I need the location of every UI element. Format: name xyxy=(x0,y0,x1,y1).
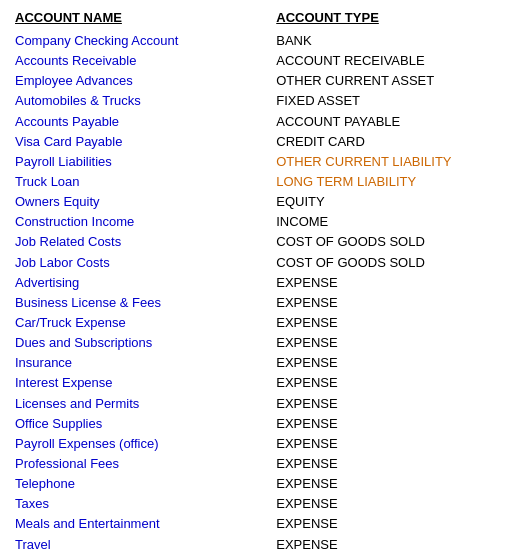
account-name-cell[interactable]: Licenses and Permits xyxy=(15,394,276,414)
account-type-cell: INCOME xyxy=(276,212,490,232)
account-name-cell[interactable]: Business License & Fees xyxy=(15,293,276,313)
account-name-cell[interactable]: Visa Card Payable xyxy=(15,132,276,152)
account-name-text[interactable]: Car/Truck Expense xyxy=(15,315,126,330)
account-name-cell[interactable]: Professional Fees xyxy=(15,454,276,474)
account-name-cell[interactable]: Construction Income xyxy=(15,212,276,232)
table-row: Employee AdvancesOTHER CURRENT ASSET xyxy=(15,71,490,91)
account-type-cell: ACCOUNT PAYABLE xyxy=(276,112,490,132)
account-type-cell: OTHER CURRENT ASSET xyxy=(276,71,490,91)
account-name-cell[interactable]: Insurance xyxy=(15,353,276,373)
table-row: Car/Truck ExpenseEXPENSE xyxy=(15,313,490,333)
account-name-text[interactable]: Payroll Expenses (office) xyxy=(15,436,159,451)
account-name-text[interactable]: Advertising xyxy=(15,275,79,290)
account-name-text[interactable]: Travel xyxy=(15,537,51,552)
account-name-text[interactable]: Licenses and Permits xyxy=(15,396,139,411)
account-name-text[interactable]: Dues and Subscriptions xyxy=(15,335,152,350)
account-name-cell[interactable]: Dues and Subscriptions xyxy=(15,333,276,353)
account-name-text[interactable]: Office Supplies xyxy=(15,416,102,431)
header-account-type: ACCOUNT TYPE xyxy=(276,10,490,25)
account-name-cell[interactable]: Meals and Entertainment xyxy=(15,514,276,534)
table-row: Accounts ReceivableACCOUNT RECEIVABLE xyxy=(15,51,490,71)
account-type-cell: EXPENSE xyxy=(276,414,490,434)
account-name-text[interactable]: Accounts Payable xyxy=(15,114,119,129)
account-name-text[interactable]: Employee Advances xyxy=(15,73,133,88)
account-type-text: EXPENSE xyxy=(276,315,337,330)
account-type-text: EXPENSE xyxy=(276,295,337,310)
account-type-text: EXPENSE xyxy=(276,335,337,350)
table-row: InsuranceEXPENSE xyxy=(15,353,490,373)
table-row: Licenses and PermitsEXPENSE xyxy=(15,394,490,414)
account-type-cell: EXPENSE xyxy=(276,293,490,313)
account-name-text[interactable]: Owners Equity xyxy=(15,194,100,209)
account-name-text[interactable]: Interest Expense xyxy=(15,375,113,390)
account-type-text: EXPENSE xyxy=(276,496,337,511)
account-name-text[interactable]: Telephone xyxy=(15,476,75,491)
table-row: Visa Card PayableCREDIT CARD xyxy=(15,132,490,152)
account-type-cell: EXPENSE xyxy=(276,373,490,393)
account-name-cell[interactable]: Interest Expense xyxy=(15,373,276,393)
table-row: Payroll Expenses (office)EXPENSE xyxy=(15,434,490,454)
account-name-cell[interactable]: Accounts Receivable xyxy=(15,51,276,71)
account-type-text: EXPENSE xyxy=(276,516,337,531)
table-header: ACCOUNT NAME ACCOUNT TYPE xyxy=(15,10,490,25)
account-name-cell[interactable]: Advertising xyxy=(15,273,276,293)
account-type-text: EXPENSE xyxy=(276,275,337,290)
account-name-cell[interactable]: Job Labor Costs xyxy=(15,253,276,273)
account-type-cell: EXPENSE xyxy=(276,273,490,293)
table-row: Payroll LiabilitiesOTHER CURRENT LIABILI… xyxy=(15,152,490,172)
account-name-cell[interactable]: Owners Equity xyxy=(15,192,276,212)
account-type-cell: EQUITY xyxy=(276,192,490,212)
account-name-text[interactable]: Accounts Receivable xyxy=(15,53,136,68)
account-name-cell[interactable]: Taxes xyxy=(15,494,276,514)
account-name-text[interactable]: Company Checking Account xyxy=(15,33,178,48)
account-type-cell: BANK xyxy=(276,31,490,51)
account-name-cell[interactable]: Telephone xyxy=(15,474,276,494)
table-row: Construction IncomeINCOME xyxy=(15,212,490,232)
account-name-text[interactable]: Payroll Liabilities xyxy=(15,154,112,169)
account-type-cell: EXPENSE xyxy=(276,535,490,553)
account-name-cell[interactable]: Job Related Costs xyxy=(15,232,276,252)
account-name-cell[interactable]: Employee Advances xyxy=(15,71,276,91)
account-type-text: FIXED ASSET xyxy=(276,93,360,108)
account-name-cell[interactable]: Car/Truck Expense xyxy=(15,313,276,333)
account-name-text[interactable]: Truck Loan xyxy=(15,174,80,189)
account-type-cell: FIXED ASSET xyxy=(276,91,490,111)
account-name-text[interactable]: Business License & Fees xyxy=(15,295,161,310)
account-name-cell[interactable]: Office Supplies xyxy=(15,414,276,434)
table-row: Truck LoanLONG TERM LIABILITY xyxy=(15,172,490,192)
account-name-text[interactable]: Professional Fees xyxy=(15,456,119,471)
table-row: TravelEXPENSE xyxy=(15,535,490,553)
table-row: Meals and EntertainmentEXPENSE xyxy=(15,514,490,534)
account-name-text[interactable]: Visa Card Payable xyxy=(15,134,122,149)
account-type-text: CREDIT CARD xyxy=(276,134,365,149)
account-type-text: EXPENSE xyxy=(276,537,337,552)
account-type-cell: EXPENSE xyxy=(276,514,490,534)
account-type-text: OTHER CURRENT ASSET xyxy=(276,73,434,88)
account-name-text[interactable]: Insurance xyxy=(15,355,72,370)
account-type-cell: OTHER CURRENT LIABILITY xyxy=(276,152,490,172)
account-name-text[interactable]: Construction Income xyxy=(15,214,134,229)
account-name-text[interactable]: Taxes xyxy=(15,496,49,511)
account-type-cell: EXPENSE xyxy=(276,494,490,514)
account-type-cell: LONG TERM LIABILITY xyxy=(276,172,490,192)
account-name-cell[interactable]: Payroll Expenses (office) xyxy=(15,434,276,454)
account-name-text[interactable]: Meals and Entertainment xyxy=(15,516,160,531)
account-name-cell[interactable]: Automobiles & Trucks xyxy=(15,91,276,111)
account-name-cell[interactable]: Truck Loan xyxy=(15,172,276,192)
account-name-text[interactable]: Job Labor Costs xyxy=(15,255,110,270)
account-name-text[interactable]: Automobiles & Trucks xyxy=(15,93,141,108)
account-type-cell: COST OF GOODS SOLD xyxy=(276,253,490,273)
account-type-text: EXPENSE xyxy=(276,456,337,471)
account-name-cell[interactable]: Company Checking Account xyxy=(15,31,276,51)
account-name-cell[interactable]: Travel xyxy=(15,535,276,553)
account-name-cell[interactable]: Accounts Payable xyxy=(15,112,276,132)
account-type-text: EXPENSE xyxy=(276,436,337,451)
account-type-text: OTHER CURRENT LIABILITY xyxy=(276,154,451,169)
account-type-cell: EXPENSE xyxy=(276,394,490,414)
account-type-text: ACCOUNT PAYABLE xyxy=(276,114,400,129)
account-name-text[interactable]: Job Related Costs xyxy=(15,234,121,249)
account-name-cell[interactable]: Payroll Liabilities xyxy=(15,152,276,172)
account-type-text: EXPENSE xyxy=(276,476,337,491)
table-row: TaxesEXPENSE xyxy=(15,494,490,514)
table-body: Company Checking AccountBANKAccounts Rec… xyxy=(15,31,490,553)
